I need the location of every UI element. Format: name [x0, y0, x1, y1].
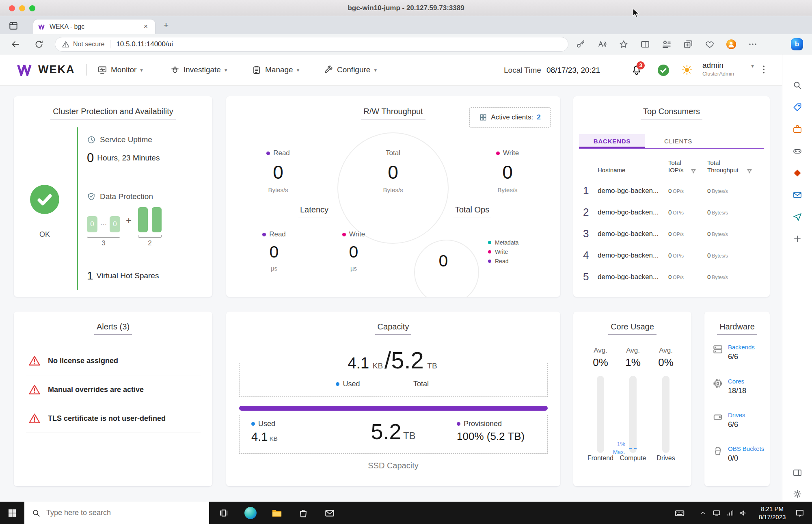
- total-ops-value: 0: [411, 251, 476, 271]
- alerts-card: Alerts (3) No license assigned Manual ov…: [14, 312, 212, 486]
- table-row[interactable]: 1demo-bgc-backen... 0OP/s 0Bytes/s: [583, 180, 764, 201]
- tab-backends[interactable]: BACKENDS: [579, 134, 645, 148]
- favorites-bar-icon[interactable]: [662, 39, 672, 49]
- action-center-button[interactable]: [791, 502, 809, 524]
- back-button[interactable]: [11, 39, 20, 49]
- user-menu[interactable]: admin ▾ ClusterAdmin: [702, 61, 754, 77]
- chevron-down-icon: ▾: [751, 63, 754, 69]
- volume-tray-button[interactable]: [737, 502, 749, 524]
- task-view-button[interactable]: [214, 502, 233, 524]
- top-consumers-card: Top Consumers BACKENDS CLIENTS Hostname …: [573, 96, 770, 297]
- data-block: 0: [110, 216, 120, 232]
- mouse-cursor: [632, 8, 641, 18]
- investigate-icon: [170, 65, 180, 75]
- refresh-button[interactable]: [34, 39, 44, 49]
- settings-ellipsis-icon[interactable]: [748, 39, 758, 49]
- new-tab-button[interactable]: +: [161, 20, 171, 30]
- nav-investigate[interactable]: Investigate ▾: [170, 64, 227, 76]
- nav-manage[interactable]: Manage ▾: [252, 64, 299, 76]
- settings-gear-icon[interactable]: [793, 489, 802, 499]
- browser-tab[interactable]: WEKA - bgc ×: [33, 19, 155, 34]
- user-name: admin: [702, 61, 723, 69]
- uptime-row: Service Uptime: [87, 135, 152, 144]
- table-row[interactable]: 5demo-bgc-backen... 0OP/s 0Bytes/s: [583, 266, 764, 288]
- drives-label: Drives: [648, 455, 684, 462]
- edge-taskbar-button[interactable]: [240, 502, 261, 524]
- health-status-icon[interactable]: [658, 65, 669, 76]
- hardware-backends[interactable]: Backends6/6: [713, 343, 765, 361]
- tools-icon[interactable]: [793, 124, 802, 134]
- tab-actions-button[interactable]: [8, 20, 19, 31]
- write-dot: [342, 233, 346, 236]
- store-button[interactable]: [293, 502, 313, 524]
- nav-configure[interactable]: Configure ▾: [324, 64, 377, 76]
- alert-item: No license assigned: [26, 346, 201, 375]
- filter-icon[interactable]: [747, 169, 752, 174]
- timeline-line: [77, 127, 78, 290]
- window-close-button[interactable]: [9, 5, 15, 11]
- profile-avatar[interactable]: [726, 39, 736, 49]
- parity-block: [138, 207, 148, 232]
- chevron-down-icon: ▾: [297, 67, 300, 73]
- kebab-menu-icon[interactable]: [758, 64, 769, 76]
- notifications-button[interactable]: 3: [631, 64, 643, 76]
- split-screen-icon[interactable]: [640, 39, 650, 49]
- used-dot: [336, 382, 339, 386]
- not-secure-label: Not secure: [73, 41, 104, 48]
- hardware-obs-buckets[interactable]: OBS Buckets0/0: [713, 445, 765, 463]
- weka-brand: WEKA: [38, 63, 75, 76]
- show-hidden-icons-button[interactable]: [697, 502, 709, 524]
- uptime-value-row: 0 Hours, 23 Minutes: [87, 151, 160, 165]
- filter-icon[interactable]: [691, 169, 696, 174]
- tab-clients[interactable]: CLIENTS: [645, 134, 711, 148]
- display-tray-button[interactable]: [710, 502, 723, 524]
- outlook-icon[interactable]: [793, 190, 802, 200]
- theme-sun-icon[interactable]: [681, 64, 693, 77]
- header-divider: [86, 64, 87, 76]
- taskbar-clock[interactable]: 8:21 PM 8/17/2023: [752, 505, 793, 522]
- window-minimize-button[interactable]: [19, 5, 25, 11]
- nav-monitor[interactable]: Monitor ▾: [97, 64, 143, 76]
- microsoft-365-icon[interactable]: [793, 168, 802, 178]
- search-input[interactable]: [46, 509, 192, 517]
- bracket: [87, 235, 120, 238]
- drop-icon[interactable]: [793, 212, 802, 222]
- compute-stats: Avg. 1%: [617, 346, 649, 369]
- clock-icon: [87, 135, 96, 144]
- used-value: 4.1: [348, 355, 369, 372]
- hardware-drives[interactable]: Drives6/6: [713, 411, 765, 429]
- collections-icon[interactable]: [683, 39, 693, 49]
- sidebar-panel-icon[interactable]: [793, 468, 802, 478]
- taskbar-search[interactable]: [24, 502, 209, 524]
- search-icon[interactable]: [793, 80, 802, 90]
- favorite-star-icon[interactable]: [619, 39, 628, 49]
- latency-write-unit: µs: [321, 265, 386, 272]
- address-bar[interactable]: Not secure 10.5.0.11:14000/ui: [55, 37, 568, 52]
- nav-configure-label: Configure: [337, 65, 370, 74]
- table-row[interactable]: 3demo-bgc-backen... 0OP/s 0Bytes/s: [583, 223, 764, 245]
- browser-essentials-icon[interactable]: [705, 39, 715, 49]
- hardware-cores[interactable]: Cores18/18: [713, 377, 765, 395]
- password-key-icon[interactable]: [576, 39, 585, 49]
- add-sidebar-icon[interactable]: [793, 234, 802, 244]
- window-zoom-button[interactable]: [29, 5, 35, 11]
- shopping-icon[interactable]: [793, 102, 802, 112]
- games-icon[interactable]: [793, 146, 802, 156]
- network-tray-button[interactable]: [724, 502, 736, 524]
- tab-close-button[interactable]: ×: [141, 22, 150, 31]
- read-dot: [266, 152, 270, 155]
- parity-count: 2: [138, 239, 162, 247]
- local-time-label: Local Time: [504, 66, 541, 75]
- start-button[interactable]: [0, 502, 24, 524]
- parity-blocks-group: [138, 207, 162, 232]
- table-row[interactable]: 4demo-bgc-backen... 0OP/s 0Bytes/s: [583, 245, 764, 266]
- active-clients-box[interactable]: Active clients: 2: [469, 107, 551, 128]
- table-row[interactable]: 2demo-bgc-backen... 0OP/s 0Bytes/s: [583, 201, 764, 223]
- read-aloud-icon[interactable]: [597, 39, 607, 49]
- file-explorer-button[interactable]: [267, 502, 287, 524]
- drives-icon: [713, 412, 723, 422]
- latency-write-label: Write: [349, 230, 365, 238]
- mail-button[interactable]: [320, 502, 340, 524]
- touch-keyboard-button[interactable]: [671, 502, 689, 524]
- bing-copilot-button[interactable]: b: [791, 38, 803, 50]
